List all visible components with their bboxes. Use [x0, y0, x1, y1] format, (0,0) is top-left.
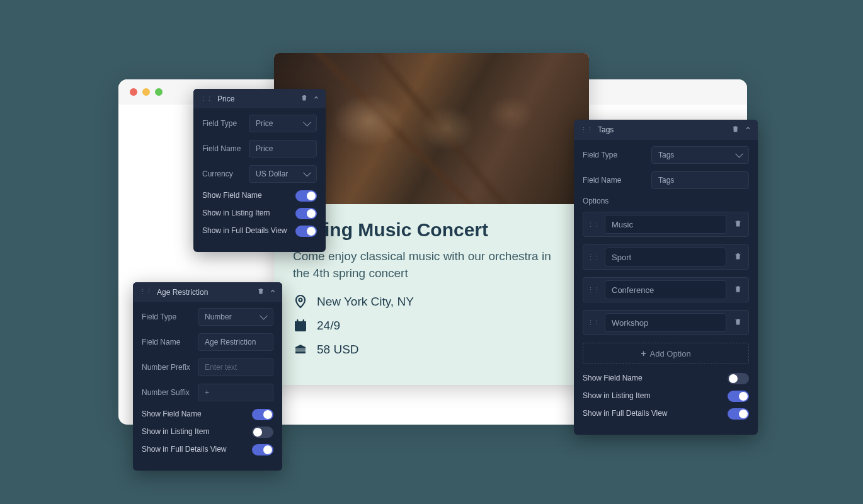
event-description: Come enjoy classical music with our orch…	[293, 248, 570, 282]
event-date: 24/9	[317, 319, 340, 333]
trash-icon[interactable]	[300, 94, 308, 103]
field-name-input[interactable]: Age Restriction	[198, 333, 273, 351]
show-field-name-toggle[interactable]	[728, 373, 749, 384]
panel-title: Price	[217, 94, 300, 103]
collapse-icon[interactable]	[745, 125, 752, 135]
calendar-icon	[293, 318, 308, 333]
price-field-panel: ⋮⋮ Price Field Type Price Field Name Pri…	[193, 89, 326, 252]
window-maximize-button[interactable]	[155, 88, 163, 96]
number-prefix-label: Number Prefix	[142, 363, 198, 372]
event-location-row: New York City, NY	[293, 294, 570, 309]
trash-icon[interactable]	[731, 318, 745, 328]
svg-rect-6	[296, 325, 305, 330]
option-row: ⋮⋮ Music	[583, 212, 749, 237]
trash-icon[interactable]	[731, 219, 745, 229]
show-in-details-toggle[interactable]	[252, 444, 273, 455]
trash-icon[interactable]	[731, 252, 745, 262]
panel-header[interactable]: ⋮⋮ Age Restriction	[133, 282, 282, 302]
number-suffix-input[interactable]: +	[198, 384, 273, 401]
field-type-label: Field Type	[202, 119, 249, 128]
show-field-name-toggle[interactable]	[252, 409, 273, 420]
drag-handle-icon[interactable]: ⋮⋮	[587, 319, 600, 327]
option-row: ⋮⋮ Workshop	[583, 310, 749, 335]
show-in-details-toggle[interactable]	[295, 226, 317, 237]
option-input[interactable]: Workshop	[605, 313, 726, 332]
show-in-listing-toggle[interactable]	[252, 427, 273, 438]
show-field-name-toggle[interactable]	[295, 190, 317, 202]
collapse-icon[interactable]	[270, 287, 276, 297]
field-type-label: Field Type	[142, 312, 198, 321]
tags-field-panel: ⋮⋮ Tags Field Type Tags Field Name Tags …	[574, 120, 758, 435]
currency-label: Currency	[202, 169, 249, 178]
field-type-select[interactable]: Price	[249, 115, 317, 132]
toggle-label: Show Field Name	[142, 410, 252, 420]
drag-handle-icon[interactable]: ⋮⋮	[139, 288, 152, 296]
toggle-label: Show in Full Details View	[583, 409, 728, 419]
drag-handle-icon[interactable]: ⋮⋮	[587, 286, 600, 294]
drag-handle-icon[interactable]: ⋮⋮	[587, 253, 600, 261]
svg-rect-2	[295, 321, 306, 324]
event-date-row: 24/9	[293, 318, 570, 333]
svg-rect-3	[297, 319, 299, 323]
event-price-row: 58 USD	[293, 342, 570, 357]
age-restriction-field-panel: ⋮⋮ Age Restriction Field Type Number Fie…	[133, 282, 282, 471]
toggle-label: Show in Listing Item	[202, 209, 295, 219]
option-input[interactable]: Sport	[605, 248, 726, 266]
trash-icon[interactable]	[731, 285, 745, 295]
plus-icon: +	[641, 348, 646, 358]
number-prefix-input[interactable]: Enter text	[198, 358, 273, 376]
show-in-listing-toggle[interactable]	[295, 208, 317, 219]
field-type-select[interactable]: Tags	[651, 146, 749, 164]
event-price: 58 USD	[317, 343, 359, 357]
option-input[interactable]: Music	[605, 215, 726, 234]
number-suffix-label: Number Suffix	[142, 388, 198, 397]
drag-handle-icon[interactable]: ⋮⋮	[587, 220, 600, 229]
toggle-label: Show in Full Details View	[202, 226, 295, 236]
field-name-input[interactable]: Tags	[651, 171, 749, 189]
trash-icon[interactable]	[257, 287, 265, 297]
show-in-details-toggle[interactable]	[728, 408, 749, 420]
add-option-label: Add Option	[650, 349, 691, 358]
event-title: Spring Music Concert	[293, 219, 570, 241]
event-location: New York City, NY	[317, 295, 414, 309]
field-type-select[interactable]: Number	[198, 308, 273, 326]
location-pin-icon	[293, 294, 308, 309]
field-name-label: Field Name	[583, 176, 651, 185]
toggle-label: Show in Listing Item	[583, 391, 728, 401]
field-name-label: Field Name	[142, 338, 198, 346]
field-name-input[interactable]: Price	[249, 140, 317, 158]
show-in-listing-toggle[interactable]	[728, 391, 749, 402]
field-name-label: Field Name	[202, 144, 249, 153]
drag-handle-icon[interactable]: ⋮⋮	[200, 94, 212, 103]
options-label: Options	[583, 197, 749, 205]
window-minimize-button[interactable]	[142, 88, 150, 96]
trash-icon[interactable]	[731, 125, 740, 135]
option-row: ⋮⋮ Sport	[583, 244, 749, 270]
option-input[interactable]: Conference	[605, 280, 726, 299]
currency-select[interactable]: US Dollar	[249, 165, 317, 183]
svg-point-0	[299, 299, 302, 302]
add-option-button[interactable]: + Add Option	[583, 343, 749, 364]
toggle-label: Show Field Name	[202, 191, 295, 201]
panel-title: Tags	[598, 125, 731, 134]
drag-handle-icon[interactable]: ⋮⋮	[580, 126, 593, 134]
panel-header[interactable]: ⋮⋮ Tags	[574, 120, 758, 140]
toggle-label: Show in Full Details View	[142, 445, 252, 455]
field-type-label: Field Type	[583, 151, 651, 159]
option-row: ⋮⋮ Conference	[583, 277, 749, 302]
panel-header[interactable]: ⋮⋮ Price	[193, 89, 326, 108]
toggle-label: Show in Listing Item	[142, 427, 252, 437]
svg-rect-4	[303, 319, 305, 323]
panel-title: Age Restriction	[157, 288, 257, 297]
ticket-icon	[293, 342, 308, 357]
window-close-button[interactable]	[130, 88, 137, 96]
toggle-label: Show Field Name	[583, 374, 728, 384]
collapse-icon[interactable]	[313, 94, 319, 103]
